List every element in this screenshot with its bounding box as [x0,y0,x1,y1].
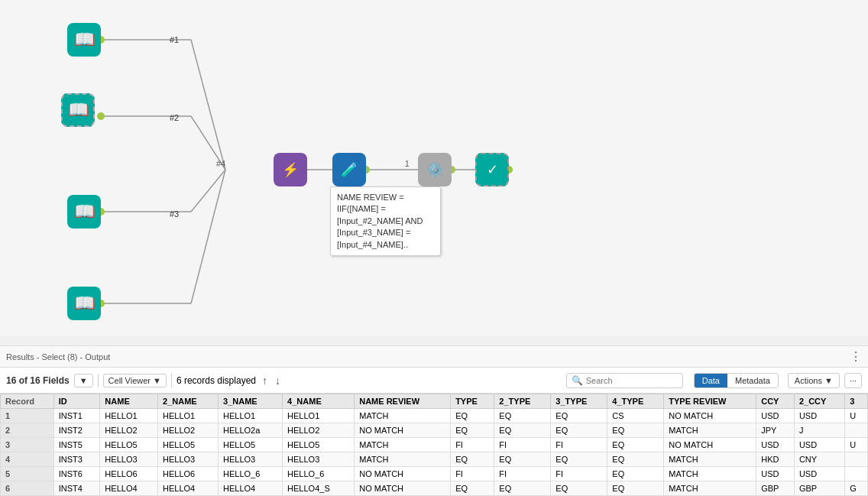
filter-icon[interactable]: ⚙️ [418,153,452,186]
col-type: TYPE [451,394,494,409]
panel-menu-icon[interactable]: ⋮ [850,349,862,364]
input-icon-3[interactable]: 📖 [67,195,101,229]
tab-data[interactable]: Data [695,374,727,387]
cell-2-6: MATCH [355,438,451,452]
results-table: Record ID NAME 2_NAME 3_NAME 4_NAME NAME… [0,394,868,496]
node-input-2[interactable]: 📖 [61,93,95,127]
cell-5-14: G [845,481,868,496]
cell-5-13: GBP [794,481,844,496]
input-icon-4[interactable]: 📖 [67,287,101,320]
cell-0-10: CS [607,409,664,423]
cell-viewer-btn[interactable]: Cell Viewer ▼ [103,374,167,387]
svg-point-9 [97,112,105,120]
cell-4-10: EQ [607,467,664,481]
node-input-1[interactable]: 📖 [67,23,101,57]
col-ccy: CCY [756,394,795,409]
union-icon[interactable]: ⚡ [274,153,307,186]
tab-metadata[interactable]: Metadata [727,374,778,387]
sort-asc-btn[interactable]: ↑ [261,373,269,388]
cell-1-2: HELLO2 [100,423,158,438]
node-filter[interactable]: ⚙️ [418,153,452,186]
search-icon: 🔍 [572,375,583,386]
search-input[interactable] [586,376,678,385]
records-count: 6 records displayed [177,375,256,386]
node-formula[interactable]: 🧪 [332,153,366,186]
cell-2-14: U [845,438,868,452]
actions-label: Actions [795,376,822,385]
cell-4-1: INST6 [53,467,100,481]
cell-1-3: HELLO2 [158,423,219,438]
col-name-review: NAME REVIEW [355,394,451,409]
formula-text: NAME REVIEW = IIF([NAME] = [Input_#2_NAM… [337,193,423,249]
col-id: ID [53,394,100,409]
cell-3-1: INST3 [53,452,100,467]
svg-line-7 [191,170,225,303]
col-type-review: TYPE REVIEW [664,394,756,409]
cell-0-8: EQ [494,409,551,423]
input-icon-1[interactable]: 📖 [67,23,101,57]
overflow-btn[interactable]: ··· [844,373,862,388]
cell-5-3: HELLO4 [158,481,219,496]
cell-1-0: 2 [1,423,54,438]
col-3type: 3_TYPE [551,394,607,409]
cell-4-7: FI [451,467,494,481]
table-row[interactable]: 1INST1HELLO1HELLO1HELLO1HELLO1MATCHEQEQE… [1,409,868,423]
sort-desc-btn[interactable]: ↓ [274,373,282,388]
svg-text:1: 1 [405,160,410,168]
results-toolbar: 16 of 16 Fields ▼ Cell Viewer ▼ 6 record… [0,368,868,394]
cell-3-2: HELLO3 [100,452,158,467]
cell-3-12: HKD [756,452,795,467]
results-panel: Results - Select (8) - Output ⋮ 16 of 16… [0,345,868,496]
panel-title: Results - Select (8) - Output [6,352,110,361]
cell-3-9: EQ [551,452,607,467]
table-body: 1INST1HELLO1HELLO1HELLO1HELLO1MATCHEQEQE… [1,409,868,496]
cell-1-6: NO MATCH [355,423,451,438]
cell-5-1: INST4 [53,481,100,496]
cell-2-0: 3 [1,438,54,452]
search-box: 🔍 [566,373,683,388]
cell-5-4: HELLO4 [219,481,283,496]
cell-0-3: HELLO1 [158,409,219,423]
input-icon-2[interactable]: 📖 [61,93,95,127]
data-table-wrapper: Record ID NAME 2_NAME 3_NAME 4_NAME NAME… [0,394,868,496]
node-label-3: #3 [170,209,179,219]
table-row[interactable]: 2INST2HELLO2HELLO2HELLO2aHELLO2NO MATCHE… [1,423,868,438]
table-row[interactable]: 5INST6HELLO6HELLO6HELLO_6HELLO_6NO MATCH… [1,467,868,481]
cell-5-11: MATCH [664,481,756,496]
fields-badge: 16 of 16 Fields [6,375,70,386]
dropdown-arrow-down: ▼ [79,376,88,385]
actions-btn[interactable]: Actions ▼ [788,373,840,388]
cell-0-4: HELLO1 [219,409,283,423]
cell-5-10: EQ [607,481,664,496]
cell-2-5: HELLO5 [283,438,355,452]
cell-4-0: 5 [1,467,54,481]
table-row[interactable]: 6INST4HELLO4HELLO4HELLO4HELLO4_SNO MATCH… [1,481,868,496]
cell-4-5: HELLO_6 [283,467,355,481]
cell-0-2: HELLO1 [100,409,158,423]
cell-2-2: HELLO5 [100,438,158,452]
cell-3-3: HELLO3 [158,452,219,467]
cell-1-10: EQ [607,423,664,438]
fields-dropdown-btn[interactable]: ▼ [74,374,93,387]
cell-1-1: INST2 [53,423,100,438]
cell-3-10: EQ [607,452,664,467]
cell-0-5: HELLO1 [283,409,355,423]
cell-4-14 [845,467,868,481]
table-row[interactable]: 3INST5HELLO5HELLO5HELLO5HELLO5MATCHFIFIF… [1,438,868,452]
node-output[interactable]: ✓ [475,153,509,186]
cell-5-12: GBP [756,481,795,496]
node-input-4[interactable]: 📖 [67,287,101,320]
cell-2-4: HELLO5 [219,438,283,452]
table-row[interactable]: 4INST3HELLO3HELLO3HELLO3HELLO3MATCHEQEQE… [1,452,868,467]
cell-0-13: USD [794,409,844,423]
cell-1-11: MATCH [664,423,756,438]
node-input-3[interactable]: 📖 [67,195,101,229]
col-2ccy: 2_CCY [794,394,844,409]
cell-4-3: HELLO6 [158,467,219,481]
formula-tooltip: NAME REVIEW = IIF([NAME] = [Input_#2_NAM… [330,186,441,256]
cell-0-14: U [845,409,868,423]
node-union[interactable]: ⚡ [274,153,307,186]
output-icon[interactable]: ✓ [475,153,509,186]
formula-icon[interactable]: 🧪 [332,153,366,186]
cell-0-11: NO MATCH [664,409,756,423]
